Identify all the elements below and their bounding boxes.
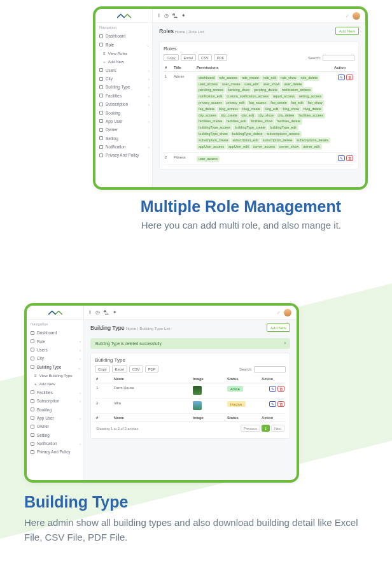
- star-icon[interactable]: ✦: [113, 309, 117, 316]
- sidebar-item-add-new[interactable]: +Add New: [95, 57, 152, 66]
- row-actions: ✎🗑: [260, 383, 286, 399]
- sidebar-item-notification[interactable]: Notification‹: [27, 439, 83, 448]
- page-1[interactable]: 1: [262, 425, 270, 432]
- sidebar-item-app-user[interactable]: App User‹: [27, 414, 83, 422]
- permission-tag: buildingType_show: [197, 131, 230, 137]
- sidebar-item-privacy[interactable]: Privacy And Policy: [27, 448, 83, 456]
- col-hash: #: [164, 64, 172, 72]
- owner-icon: [31, 425, 34, 429]
- delete-button[interactable]: 🗑: [346, 155, 353, 161]
- sidebar-item-view-building-type[interactable]: ≡View Building Type: [27, 371, 83, 380]
- sidebar-item-owner[interactable]: Owner: [27, 422, 83, 430]
- page-next[interactable]: Next: [271, 425, 284, 432]
- sidebar-item-city[interactable]: City‹: [27, 354, 83, 362]
- permission-tag: report_access: [271, 94, 297, 99]
- excel-button[interactable]: Excel: [181, 54, 196, 61]
- edit-button[interactable]: ✎: [269, 386, 276, 392]
- delete-button[interactable]: 🗑: [346, 75, 353, 80]
- sidebar-item-subscription[interactable]: Subscription‹: [27, 397, 83, 405]
- table-info: Showing 1 to 2 of 2 entries: [96, 427, 138, 430]
- sidebar-item-subscription[interactable]: Subscription‹: [95, 100, 152, 108]
- star-icon[interactable]: ✦: [181, 13, 186, 19]
- add-new-button[interactable]: Add New: [267, 323, 290, 332]
- sidebar-item-privacy[interactable]: Privacy And Policy: [95, 151, 152, 159]
- permission-tag: buildingType_delete: [230, 131, 265, 137]
- expand-icon[interactable]: ⤢: [346, 13, 349, 18]
- avatar[interactable]: [284, 309, 291, 316]
- delete-button[interactable]: 🗑: [277, 401, 284, 407]
- edit-button[interactable]: ✎: [338, 75, 345, 80]
- sidebar-item-dashboard[interactable]: Dashboard: [95, 32, 152, 40]
- sidebar-item-view-roles[interactable]: ≡View Roles: [95, 49, 152, 57]
- sidebar-item-facilities[interactable]: Facilities‹: [95, 92, 152, 100]
- sidebar-item-owner[interactable]: Owner: [95, 125, 152, 134]
- chevron-icon: ‹: [148, 69, 150, 73]
- permission-tag: user_access: [197, 156, 220, 162]
- close-icon[interactable]: ×: [284, 341, 286, 345]
- sidebar-item-booking[interactable]: Booking: [95, 108, 152, 117]
- search-input[interactable]: [254, 366, 286, 373]
- permission-tag: blog_show: [281, 106, 301, 112]
- permission-tag: user_edit: [242, 82, 260, 87]
- car-icon[interactable]: ⛍: [104, 309, 109, 316]
- copy-button[interactable]: Copy: [95, 366, 110, 373]
- permission-tag: role_edit: [262, 75, 279, 81]
- caption-desc: Here you can add multi role, and also ma…: [0, 220, 341, 231]
- avatar[interactable]: [353, 12, 360, 20]
- permission-tag: notification_access: [280, 87, 313, 93]
- add-new-button[interactable]: Add New: [335, 27, 359, 35]
- search-input[interactable]: [323, 55, 354, 61]
- page-prev[interactable]: Previous: [241, 425, 260, 432]
- permission-tag: subscriptions_access: [265, 131, 301, 137]
- csv-button[interactable]: CSV: [129, 366, 143, 373]
- col-hash: #: [95, 375, 104, 383]
- building-icon: [99, 85, 103, 89]
- sidebar-item-building-type[interactable]: Building Type⌄: [27, 363, 83, 371]
- delete-button[interactable]: 🗑: [277, 386, 284, 392]
- sidebar: Navigation Dashboard Role‹ Users‹ City‹ …: [27, 306, 84, 480]
- clock-icon[interactable]: ◷: [164, 13, 169, 19]
- sidebar-item-facilities[interactable]: Facilities‹: [27, 388, 83, 397]
- pdf-button[interactable]: PDF: [145, 366, 159, 373]
- copy-button[interactable]: Copy: [164, 54, 179, 61]
- panel-title: Roles: [164, 46, 354, 52]
- sidebar-item-notification[interactable]: Notification‹: [95, 143, 152, 151]
- sidebar-item-users[interactable]: Users‹: [95, 66, 152, 75]
- car-icon[interactable]: ⛍: [172, 13, 178, 19]
- subscription-icon: [99, 103, 103, 106]
- sidebar-item-users[interactable]: Users‹: [27, 346, 83, 354]
- sidebar-item-setting[interactable]: Setting: [27, 431, 83, 439]
- chevron-icon: ‹: [148, 77, 150, 81]
- chevron-icon: ‹: [148, 103, 150, 106]
- row-permissions: dashboardrole_accessrole_createrole_edit…: [195, 72, 333, 153]
- sidebar-item-add-new[interactable]: +Add New: [27, 380, 83, 388]
- permission-tag: blog_create: [241, 106, 262, 112]
- permission-tag: buildingType_create: [233, 125, 267, 131]
- permission-tag: faq_create: [269, 100, 288, 106]
- permission-tag: facilities_create: [197, 118, 224, 124]
- status-badge: Active: [227, 386, 243, 392]
- sidebar-item-role[interactable]: Role‹: [27, 337, 83, 345]
- row-actions: ✎🗑: [333, 72, 354, 153]
- chart-icon[interactable]: ⫴: [158, 13, 160, 19]
- sidebar-item-booking[interactable]: Booking: [27, 405, 83, 413]
- permission-tag: city_show: [256, 113, 276, 118]
- roles-panel: Roles Copy Excel CSV PDF Search: # Title…: [159, 41, 359, 169]
- sidebar-item-dashboard[interactable]: Dashboard: [27, 329, 83, 337]
- clock-icon[interactable]: ◷: [95, 309, 100, 316]
- dashboard-icon: [31, 331, 34, 335]
- sidebar-item-setting[interactable]: Setting: [95, 134, 152, 143]
- privacy-icon: [31, 450, 34, 454]
- chart-icon[interactable]: ⫴: [89, 309, 92, 316]
- expand-icon[interactable]: ⤢: [277, 310, 280, 315]
- pdf-button[interactable]: PDF: [214, 54, 228, 61]
- chevron-icon: ‹: [80, 339, 81, 343]
- excel-button[interactable]: Excel: [112, 366, 127, 373]
- csv-button[interactable]: CSV: [198, 54, 212, 61]
- sidebar-item-city[interactable]: City‹: [95, 75, 152, 83]
- edit-button[interactable]: ✎: [269, 401, 276, 407]
- sidebar-item-role[interactable]: Role⌄: [95, 40, 152, 48]
- edit-button[interactable]: ✎: [338, 155, 345, 161]
- sidebar-item-app-user[interactable]: App User‹: [95, 117, 152, 125]
- sidebar-item-building-type[interactable]: Building Type‹: [95, 83, 152, 91]
